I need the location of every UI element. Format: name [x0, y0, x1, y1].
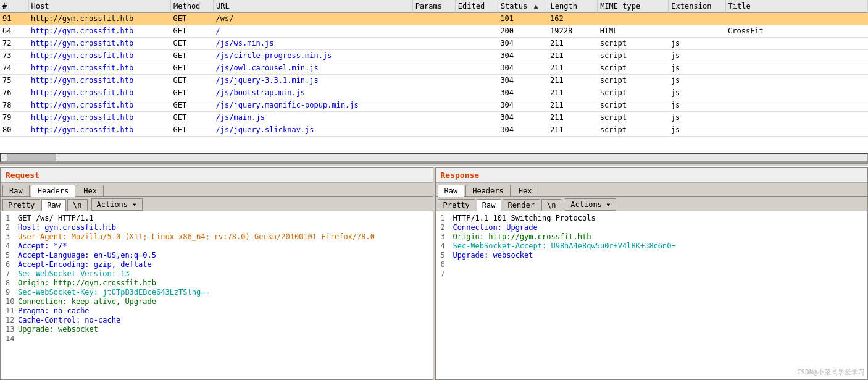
col-header-edited[interactable]: Edited [455, 0, 498, 12]
table-cell [412, 111, 455, 124]
table-row[interactable]: 91http://gym.crossfit.htbGET/ws/101162 [0, 12, 868, 25]
table-cell: 200 [498, 25, 548, 37]
col-header-title[interactable]: Title [725, 0, 867, 12]
table-cell [455, 87, 498, 99]
col-header-status[interactable]: Status ▲ [498, 0, 548, 12]
line-content: Upgrade: websocket [453, 251, 533, 260]
table-row[interactable]: 75http://gym.crossfit.htbGET/js/jquery-3… [0, 74, 868, 87]
table-cell: 76 [0, 87, 28, 99]
line-number: 2 [441, 223, 453, 232]
response-line: 2 Connection: Upgrade [441, 223, 863, 232]
table-cell: / [214, 25, 413, 37]
table-cell: script [598, 99, 669, 111]
response-tab-raw[interactable]: Raw [438, 185, 465, 197]
table-cell: 211 [548, 111, 598, 124]
line-number: 11 [6, 306, 18, 315]
response-tab-hex[interactable]: Hex [512, 185, 539, 196]
response-subtab-raw[interactable]: Raw [477, 199, 501, 211]
line-number: 3 [441, 232, 453, 241]
table-row[interactable]: 74http://gym.crossfit.htbGET/js/owl.caro… [0, 62, 868, 74]
line-content: Pragma: no-cache [18, 306, 90, 315]
request-subtab-raw[interactable]: Raw [41, 199, 66, 211]
requests-table: # Host Method URL Params Edited Status ▲… [0, 0, 868, 137]
table-cell: js [669, 49, 725, 62]
request-subtab-pretty[interactable]: Pretty [2, 199, 40, 211]
table-cell: 211 [548, 99, 598, 111]
table-cell [412, 99, 455, 111]
table-cell [455, 99, 498, 111]
table-cell: 304 [498, 87, 548, 99]
col-header-ext[interactable]: Extension [669, 0, 725, 12]
col-header-num[interactable]: # [0, 0, 28, 12]
table-cell: script [598, 37, 669, 49]
table-cell: /js/jquery.slicknav.js [214, 124, 413, 136]
line-number: 4 [441, 242, 453, 250]
table-cell: script [598, 49, 669, 62]
col-header-url[interactable]: URL [214, 0, 413, 12]
request-actions-button[interactable]: Actions ▾ [91, 198, 143, 211]
request-line: 3 User-Agent: Mozilla/5.0 (X11; Linux x8… [6, 232, 428, 241]
line-content: GET /ws/ HTTP/1.1 [18, 214, 94, 222]
line-number: 6 [6, 260, 18, 269]
response-line: 4 Sec-WebSocket-Accept: U98hA4e8qw5u0r+V… [441, 242, 863, 250]
table-cell [412, 124, 455, 136]
request-content: 1 GET /ws/ HTTP/1.12 Host: gym.crossfit.… [1, 211, 433, 379]
table-cell: /js/owl.carousel.min.js [214, 62, 413, 74]
table-cell [455, 12, 498, 25]
table-row[interactable]: 80http://gym.crossfit.htbGET/js/jquery.s… [0, 124, 868, 136]
request-line: 1 GET /ws/ HTTP/1.1 [6, 214, 428, 222]
table-cell: CrossFit [725, 25, 867, 37]
bottom-panels: Request Raw Headers Hex Pretty Raw \n Ac… [0, 167, 868, 380]
response-content-area: 1 HTTP/1.1 101 Switching Protocols2 Conn… [436, 211, 868, 379]
response-subtab-pretty[interactable]: Pretty [438, 199, 475, 211]
response-line: 7 [441, 269, 863, 278]
request-tab-hex[interactable]: Hex [77, 185, 104, 196]
request-tab-raw[interactable]: Raw [2, 185, 30, 196]
table-cell: js [669, 124, 725, 136]
horizontal-scrollbar[interactable] [0, 153, 868, 163]
table-cell: GET [170, 74, 213, 87]
scrollbar-thumb[interactable] [7, 154, 56, 161]
table-row[interactable]: 76http://gym.crossfit.htbGET/js/bootstra… [0, 87, 868, 99]
request-tab-headers[interactable]: Headers [31, 185, 76, 197]
table-cell: 304 [498, 124, 548, 136]
table-cell [455, 25, 498, 37]
table-row[interactable]: 79http://gym.crossfit.htbGET/js/main.js3… [0, 111, 868, 124]
response-subtab-render[interactable]: Render [503, 199, 540, 211]
table-cell: 80 [0, 124, 28, 136]
line-content: Accept-Language: en-US,en;q=0.5 [18, 251, 156, 260]
table-cell: http://gym.crossfit.htb [28, 49, 170, 62]
col-header-method[interactable]: Method [170, 0, 213, 12]
http-history-table: # Host Method URL Params Edited Status ▲… [0, 0, 868, 153]
response-subtab-newline[interactable]: \n [541, 199, 561, 211]
scrollbar-track[interactable] [0, 153, 868, 162]
request-line: 10 Connection: keep-alive, Upgrade [6, 297, 428, 306]
table-cell [412, 25, 455, 37]
table-row[interactable]: 73http://gym.crossfit.htbGET/js/circle-p… [0, 49, 868, 62]
table-cell: /js/bootstrap.min.js [214, 87, 413, 99]
table-cell: 211 [548, 74, 598, 87]
table-cell: 211 [548, 87, 598, 99]
request-subtab-newline[interactable]: \n [67, 199, 87, 211]
table-cell: GET [170, 37, 213, 49]
line-number: 5 [441, 251, 453, 260]
table-cell [455, 37, 498, 49]
response-tab-headers[interactable]: Headers [465, 185, 511, 196]
line-content: Accept-Encoding: gzip, deflate [18, 260, 152, 269]
table-cell: js [669, 37, 725, 49]
response-content: 1 HTTP/1.1 101 Switching Protocols2 Conn… [436, 211, 868, 379]
col-header-params[interactable]: Params [412, 0, 455, 12]
response-actions-button[interactable]: Actions ▾ [565, 198, 616, 211]
request-line: 8 Origin: http://gym.crossfit.htb [6, 279, 428, 287]
table-row[interactable]: 64http://gym.crossfit.htbGET/20019228HTM… [0, 25, 868, 37]
request-line: 9 Sec-WebSocket-Key: jt0TpB3dEBce643LzTS… [6, 288, 428, 297]
response-panel-title: Response [436, 168, 868, 183]
table-cell: script [598, 111, 669, 124]
col-header-length[interactable]: Length [548, 0, 598, 12]
table-row[interactable]: 78http://gym.crossfit.htbGET/js/jquery.m… [0, 99, 868, 111]
col-header-host[interactable]: Host [28, 0, 170, 12]
line-number: 7 [6, 269, 18, 278]
col-header-mime[interactable]: MIME type [598, 0, 669, 12]
table-row[interactable]: 72http://gym.crossfit.htbGET/js/ws.min.j… [0, 37, 868, 49]
line-content: Connection: Upgrade [453, 223, 538, 232]
